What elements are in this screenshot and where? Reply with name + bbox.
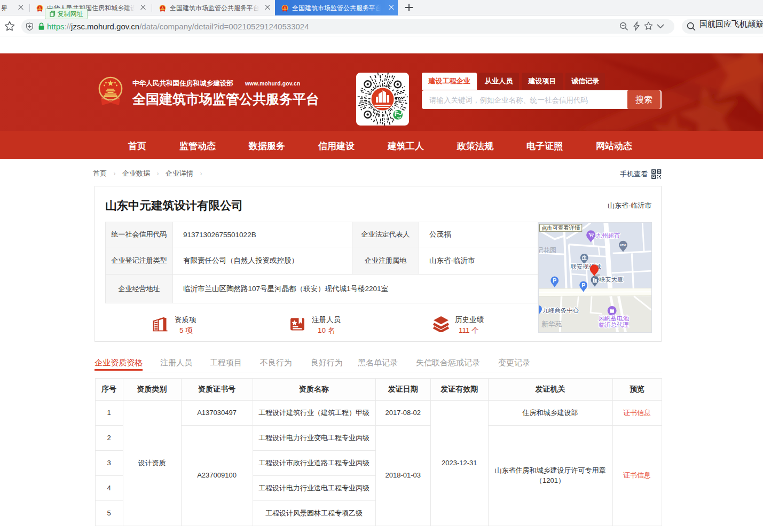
svg-text:新华苑: 新华苑: [541, 320, 562, 328]
svg-text:ATM: ATM: [620, 244, 626, 247]
svg-text:点击可查看详情: 点击可查看详情: [541, 225, 580, 231]
svg-text:九州超市: 九州超市: [596, 232, 620, 239]
svg-text:联安大厦: 联安大厦: [599, 276, 624, 283]
svg-text:P: P: [553, 278, 556, 284]
svg-text:临沂总代理: 临沂总代理: [599, 322, 629, 328]
svg-text:记花园: 记花园: [538, 247, 556, 254]
svg-text:风帆蓄电池: 风帆蓄电池: [599, 315, 630, 322]
svg-text:P: P: [581, 283, 585, 288]
svg-text:九峰商务中心: 九峰商务中心: [542, 307, 579, 314]
